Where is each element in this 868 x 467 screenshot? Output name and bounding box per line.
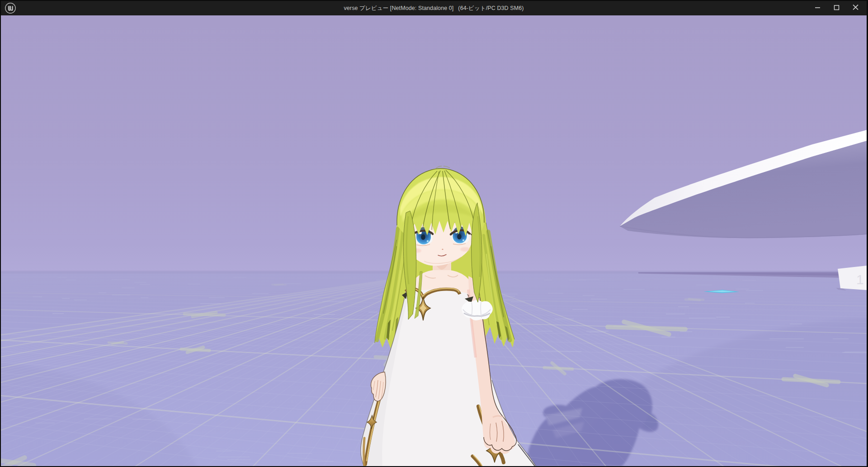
svg-text:1: 1: [856, 272, 864, 287]
